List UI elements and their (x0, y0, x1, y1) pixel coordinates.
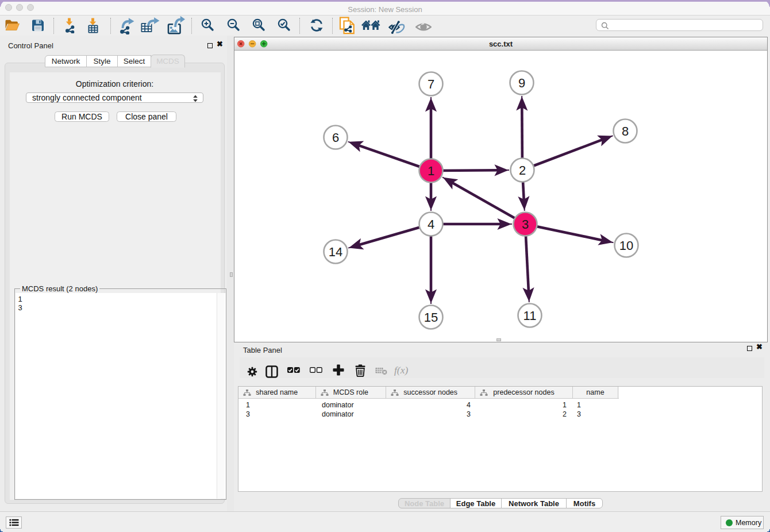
svg-text:2: 2 (519, 163, 526, 178)
svg-text:6: 6 (332, 130, 339, 145)
svg-text:4: 4 (428, 217, 434, 232)
svg-text:8: 8 (622, 124, 629, 138)
svg-text:3: 3 (522, 217, 529, 232)
svg-text:9: 9 (518, 76, 525, 90)
svg-text:15: 15 (424, 310, 438, 325)
svg-text:14: 14 (329, 245, 342, 259)
svg-text:11: 11 (523, 309, 537, 323)
svg-text:7: 7 (428, 77, 434, 91)
svg-text:1: 1 (428, 164, 434, 178)
svg-text:10: 10 (619, 238, 633, 253)
